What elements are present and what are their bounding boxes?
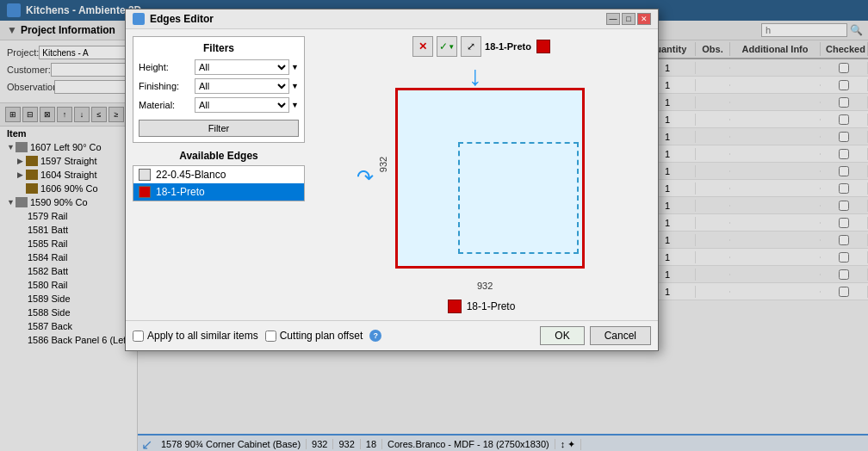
height-dropdown-icon: ▼ <box>291 63 299 71</box>
edge-swatch <box>139 186 151 198</box>
dialog-titlebar-buttons: — □ ✕ <box>606 13 651 25</box>
finishing-label: Finishing: <box>139 81 195 91</box>
dim-side-label: 932 <box>378 157 388 172</box>
finishing-dropdown-icon: ▼ <box>291 82 299 90</box>
edge-item-preto[interactable]: 18-1-Preto <box>133 183 304 201</box>
panel-edge-swatch <box>536 40 550 53</box>
dialog-toolbar: ✕ ✓ ▼ ⤢ 18-1-Preto <box>409 36 554 57</box>
filter-button[interactable]: Filter <box>139 120 299 137</box>
arrow-down-icon: ↓ <box>468 62 482 90</box>
cutting-plan-checkbox[interactable] <box>265 331 276 342</box>
cutting-plan-label[interactable]: Cutting plan offset <box>265 330 363 342</box>
cancel-button[interactable]: Cancel <box>590 326 651 345</box>
panel-diagram-container: ↓ ↷ 932 932 <box>348 62 615 294</box>
available-edges-section: Available Edges 22-0.45-Blanco 18-1-Pret… <box>133 150 305 201</box>
filter-row-height: Height: All ▼ <box>139 59 299 75</box>
confirm-dropdown-icon: ▼ <box>448 43 455 51</box>
edge-label: 18-1-Preto <box>156 186 205 198</box>
help-icon[interactable]: ? <box>369 330 381 342</box>
apply-all-label[interactable]: Apply to all similar items <box>133 330 258 342</box>
apply-all-checkbox[interactable] <box>133 331 144 342</box>
edge-item-blanco[interactable]: 22-0.45-Blanco <box>133 166 304 183</box>
dialog-right: ✕ ✓ ▼ ⤢ 18-1-Preto ↓ ↷ <box>312 36 651 313</box>
dialog-icon <box>133 13 145 25</box>
apply-all-text: Apply to all similar items <box>147 330 258 342</box>
arrow-right-icon: ↷ <box>356 165 374 189</box>
maximize-button[interactable]: □ <box>622 13 636 25</box>
minimize-button[interactable]: — <box>606 13 620 25</box>
panel-edge-label: 18-1-Preto <box>485 41 531 52</box>
filters-section: Filters Height: All ▼ Finishing: All ▼ <box>133 36 305 143</box>
filters-title: Filters <box>139 42 299 54</box>
dim-bottom-label: 932 <box>477 281 493 291</box>
confirm-icon: ✓ <box>439 40 448 53</box>
dialog-left: Filters Height: All ▼ Finishing: All ▼ <box>133 36 305 313</box>
filter-row-material: Material: All ▼ <box>139 97 299 113</box>
panel-header: 18-1-Preto <box>485 40 550 53</box>
edge-swatch <box>139 169 151 181</box>
dialog-bottom-right: OK Cancel <box>540 326 651 345</box>
dialog-bottom: Apply to all similar items Cutting plan … <box>126 320 658 350</box>
height-label: Height: <box>139 62 195 72</box>
delete-edge-button[interactable]: ✕ <box>412 36 433 57</box>
panel-inner <box>458 142 579 254</box>
material-select[interactable]: All <box>195 97 289 113</box>
edges-dialog: Edges Editor — □ ✕ Filters Height: All ▼ <box>125 9 659 351</box>
dialog-body: Filters Height: All ▼ Finishing: All ▼ <box>126 29 658 320</box>
panel-outer: 932 <box>395 88 585 269</box>
edge-label: 22-0.45-Blanco <box>156 169 226 181</box>
filter-row-finishing: Finishing: All ▼ <box>139 78 299 94</box>
cutting-plan-text: Cutting plan offset <box>280 330 363 342</box>
edge-list: 22-0.45-Blanco 18-1-Preto <box>133 165 305 201</box>
dialog-titlebar-left: Edges Editor <box>133 13 214 25</box>
finishing-select[interactable]: All <box>195 78 289 94</box>
legend-label: 18-1-Preto <box>467 300 516 312</box>
legend-swatch <box>448 300 462 313</box>
height-select[interactable]: All <box>195 59 289 75</box>
available-edges-title: Available Edges <box>133 150 305 162</box>
dialog-bottom-left: Apply to all similar items Cutting plan … <box>133 330 533 342</box>
close-button[interactable]: ✕ <box>637 13 651 25</box>
material-label: Material: <box>139 100 195 110</box>
confirm-button[interactable]: ✓ ▼ <box>437 36 457 57</box>
edge-legend: 18-1-Preto <box>441 294 523 313</box>
ok-button[interactable]: OK <box>540 326 584 345</box>
dialog-title: Edges Editor <box>150 13 214 25</box>
material-dropdown-icon: ▼ <box>291 101 299 109</box>
expand-button[interactable]: ⤢ <box>461 36 481 57</box>
dialog-titlebar: Edges Editor — □ ✕ <box>126 9 658 29</box>
